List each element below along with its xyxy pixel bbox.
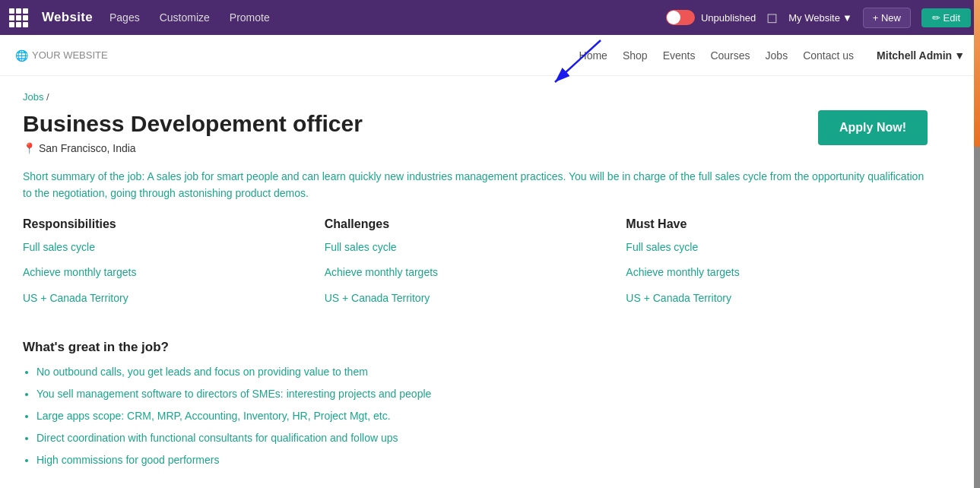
nav-contact[interactable]: Contact us <box>803 49 854 62</box>
nav-home[interactable]: Home <box>579 49 607 62</box>
must-item-0: Full sales cycle <box>626 240 928 255</box>
chal-item-2: US + Canada Territory <box>325 291 626 306</box>
challenges-column: Challenges Full sales cycle Achieve mont… <box>325 217 626 317</box>
admin-bar-right: Unpublished ◻ My Website ▼ + New ✏ Edit <box>666 8 971 28</box>
must-item-1: Achieve monthly targets <box>626 265 928 280</box>
must-have-column: Must Have Full sales cycle Achieve month… <box>626 217 928 317</box>
user-chevron-icon: ▼ <box>954 49 965 62</box>
great-item-1: You sell management software to director… <box>36 386 928 402</box>
nav-jobs[interactable]: Jobs <box>766 49 788 62</box>
challenges-title: Challenges <box>325 217 626 231</box>
must-have-title: Must Have <box>626 217 928 231</box>
publish-toggle[interactable] <box>666 10 695 25</box>
columns-section: Responsibilities Full sales cycle Achiev… <box>23 217 928 317</box>
responsibilities-title: Responsibilities <box>23 217 325 231</box>
admin-title: Website <box>42 10 93 25</box>
mitchell-admin-label: Mitchell Admin <box>877 49 952 62</box>
chevron-down-icon: ▼ <box>842 12 852 24</box>
my-website-button[interactable]: My Website ▼ <box>788 12 852 24</box>
great-item-3: Direct coordination with functional cons… <box>36 430 928 446</box>
website-logo-text: YOUR WEBSITE <box>32 49 108 61</box>
admin-nav-pages[interactable]: Pages <box>106 11 143 24</box>
location-pin-icon: 📍 <box>23 142 36 154</box>
grid-icon[interactable] <box>9 8 28 27</box>
unpublished-label: Unpublished <box>701 12 756 24</box>
mitchell-admin-menu[interactable]: Mitchell Admin ▼ <box>877 49 965 62</box>
website-logo: 🌐 YOUR WEBSITE <box>15 49 579 62</box>
globe-icon: 🌐 <box>15 49 28 62</box>
admin-nav-customize[interactable]: Customize <box>157 11 213 24</box>
job-header: Business Developement officer 📍 San Fran… <box>23 110 928 154</box>
resp-item-1: Achieve monthly targets <box>23 265 325 280</box>
resp-item-0: Full sales cycle <box>23 240 325 255</box>
responsibilities-column: Responsibilities Full sales cycle Achiev… <box>23 217 325 317</box>
must-item-2: US + Canada Territory <box>626 291 928 306</box>
job-location-text: San Francisco, India <box>39 142 136 154</box>
what-great-title: What's great in the job? <box>23 340 928 355</box>
nav-courses[interactable]: Courses <box>710 49 750 62</box>
great-item-4: High commissions for good performers <box>36 452 928 468</box>
nav-events[interactable]: Events <box>663 49 696 62</box>
mobile-preview-icon[interactable]: ◻ <box>766 9 778 26</box>
what-great-section: What's great in the job? No outbound cal… <box>23 340 928 468</box>
website-nav-links: Home Shop Events Courses Jobs Contact us… <box>579 49 965 62</box>
great-item-2: Large apps scope: CRM, MRP, Accounting, … <box>36 408 928 424</box>
job-location: 📍 San Francisco, India <box>23 142 363 154</box>
publish-toggle-wrap: Unpublished <box>666 10 756 25</box>
edit-button[interactable]: ✏ Edit <box>921 8 971 27</box>
nav-shop[interactable]: Shop <box>623 49 648 62</box>
scrollbar-strip[interactable] <box>974 0 980 488</box>
admin-nav-promote[interactable]: Promote <box>227 11 273 24</box>
what-great-list: No outbound calls, you get leads and foc… <box>23 364 928 468</box>
admin-bar-left: Website Pages Customize Promote <box>9 8 666 27</box>
great-item-0: No outbound calls, you get leads and foc… <box>36 364 928 380</box>
apply-now-button[interactable]: Apply Now! <box>818 110 928 145</box>
breadcrumb-jobs-link[interactable]: Jobs <box>23 91 43 103</box>
new-button[interactable]: + New <box>863 8 911 28</box>
resp-item-2: US + Canada Territory <box>23 291 325 306</box>
breadcrumb: Jobs / <box>23 91 928 103</box>
main-content: Jobs / Business Developement officer 📍 S… <box>0 76 950 488</box>
toggle-knob <box>667 11 680 24</box>
breadcrumb-separator: / <box>43 91 49 103</box>
job-summary: Short summary of the job: A sales job fo… <box>23 168 928 202</box>
job-title-block: Business Developement officer 📍 San Fran… <box>23 110 363 154</box>
chal-item-1: Achieve monthly targets <box>325 265 626 280</box>
admin-bar: Website Pages Customize Promote Unpublis… <box>0 0 980 35</box>
chal-item-0: Full sales cycle <box>325 240 626 255</box>
job-title: Business Developement officer <box>23 110 363 138</box>
website-nav: 🌐 YOUR WEBSITE Home Shop Events Courses … <box>0 35 980 76</box>
